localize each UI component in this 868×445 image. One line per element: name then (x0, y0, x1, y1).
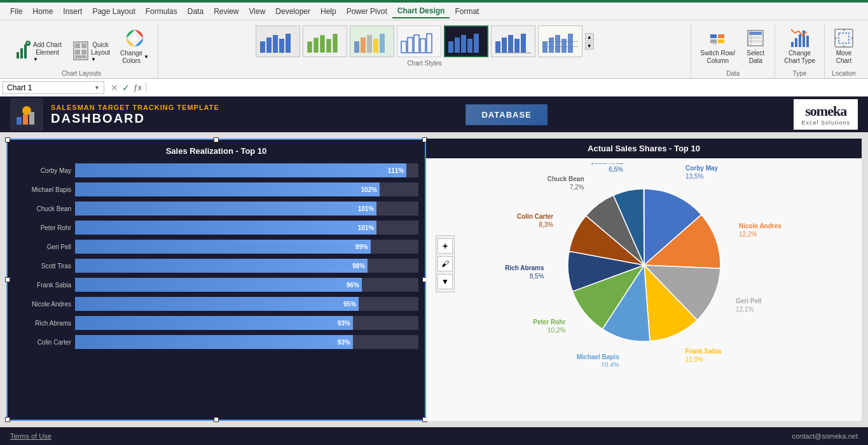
chart-style-6[interactable] (491, 25, 535, 57)
menu-format[interactable]: Format (450, 5, 484, 18)
name-box[interactable]: Chart 1 ▼ (3, 81, 104, 94)
pie-label-value: 12,1% (736, 306, 754, 313)
handle-top-left[interactable] (5, 137, 10, 142)
svg-rect-18 (307, 41, 312, 53)
chart-style-2[interactable] (303, 25, 347, 57)
insert-function-icon[interactable]: ƒx (134, 83, 142, 92)
svg-rect-40 (502, 38, 507, 53)
bar-fill: 102% (75, 182, 380, 196)
header-left: SALESMAN TARGET TRACKING TEMPLATE DASHBO… (10, 98, 219, 131)
formula-bar: Chart 1 ▼ ✕ ✓ ƒx (0, 79, 868, 97)
menu-insert[interactable]: Insert (58, 5, 87, 18)
chart-styles-group-label: Chart Styles (407, 60, 441, 69)
cancel-formula-icon[interactable]: ✕ (111, 83, 118, 93)
svg-rect-36 (461, 35, 466, 53)
handle-middle-left[interactable] (5, 277, 10, 282)
bar-value: 95% (343, 301, 356, 308)
type-buttons: ChangeChart Type (780, 25, 819, 67)
menu-formulas[interactable]: Formulas (141, 5, 183, 18)
select-data-label: SelectData (747, 50, 764, 65)
bar-track: 98% (75, 259, 418, 273)
chart-filter-tool[interactable]: ▼ (437, 274, 453, 289)
pie-label-name: Scott Tiras (590, 163, 623, 165)
bar-value: 102% (361, 186, 377, 193)
pie-label-name: Peter Rohr (533, 318, 565, 325)
ribbon-group-type: ChangeChart Type Type (775, 23, 825, 82)
svg-rect-38 (474, 34, 479, 53)
name-box-arrow[interactable]: ▼ (94, 85, 100, 91)
filter-style-tool[interactable]: 🖌 (437, 256, 453, 271)
bar-fill: 99% (75, 240, 371, 254)
add-element-tool[interactable]: + (437, 238, 453, 254)
move-chart-button[interactable]: MoveChart (830, 25, 858, 67)
handle-bottom-left[interactable] (5, 417, 10, 422)
bar-fill: 101% (75, 221, 376, 235)
bar-label: Michael Bapis (14, 186, 71, 193)
svg-rect-70 (17, 117, 22, 125)
formula-input[interactable] (146, 82, 865, 93)
terms-of-use-link[interactable]: Terms of Use (10, 432, 52, 440)
chart-style-1[interactable] (256, 25, 300, 57)
change-chart-type-icon (790, 28, 810, 48)
chart-style-3[interactable] (350, 25, 394, 57)
pie-label-value: 10,2% (548, 327, 565, 334)
menu-help[interactable]: Help (315, 5, 341, 18)
select-data-button[interactable]: SelectData (741, 25, 769, 67)
ribbon-group-location: MoveChart Location (825, 23, 863, 82)
handle-top-center[interactable] (214, 137, 219, 142)
bar-row: Michael Bapis 102% (14, 181, 418, 198)
bar-track: 111% (75, 163, 418, 177)
bar-fill: 93% (75, 335, 353, 349)
bar-chart: Corby May 111% Michael Bapis 102% Chuck … (14, 162, 418, 350)
svg-rect-22 (333, 34, 338, 53)
chart-style-5[interactable] (444, 25, 488, 57)
chart-styles-scroll-up[interactable]: ▲ (585, 33, 594, 41)
svg-rect-17 (286, 34, 291, 53)
database-button[interactable]: DATABASE (465, 104, 547, 125)
dashboard-header: SALESMAN TARGET TRACKING TEMPLATE DASHBO… (0, 97, 868, 132)
svg-rect-68 (839, 33, 849, 43)
chart-styles-buttons: ▲ ▼ (256, 25, 594, 57)
menu-developer[interactable]: Developer (270, 5, 315, 18)
bar-value: 98% (352, 263, 365, 270)
add-chart-element-button[interactable]: + Add ChartElement ▼ (10, 34, 65, 67)
menu-review[interactable]: Review (209, 5, 244, 18)
chart-style-4[interactable] (397, 25, 441, 57)
svg-rect-29 (408, 38, 413, 53)
svg-rect-0 (17, 52, 19, 58)
confirm-formula-icon[interactable]: ✓ (122, 83, 130, 93)
svg-rect-37 (467, 39, 472, 53)
svg-rect-7 (81, 43, 86, 48)
switch-row-column-button[interactable]: ↔ Switch Row/Column (696, 25, 739, 67)
bar-track: 101% (75, 221, 418, 235)
handle-bottom-center[interactable] (214, 417, 219, 422)
pie-label-value: 10,4% (601, 362, 619, 367)
bar-value: 93% (338, 320, 350, 327)
change-colors-label: ChangeColors (120, 50, 142, 65)
menu-home[interactable]: Home (27, 5, 58, 18)
menu-page-layout[interactable]: Page Layout (87, 5, 140, 18)
bar-track: 99% (75, 240, 418, 254)
quick-layout-button[interactable]: QuickLayout ▼ (68, 34, 114, 67)
bar-chart-panel[interactable]: Sales Realization - Top 10 Corby May 111… (6, 139, 426, 421)
chart-style-7[interactable] (538, 25, 582, 57)
menu-power-pivot[interactable]: Power Pivot (341, 5, 392, 18)
chart-styles-scroll-down[interactable]: ▼ (585, 42, 594, 50)
menu-chart-design[interactable]: Chart Design (392, 4, 450, 18)
svg-rect-31 (420, 39, 425, 53)
header-title: DASHBOARD (51, 111, 219, 126)
menu-view[interactable]: View (244, 5, 271, 18)
move-chart-label: MoveChart (836, 50, 851, 65)
menu-bar: File Home Insert Page Layout Formulas Da… (0, 3, 868, 20)
location-group-label: Location (832, 70, 856, 79)
bar-fill: 93% (75, 316, 353, 330)
bar-label: Colin Carter (14, 339, 71, 346)
menu-data[interactable]: Data (183, 5, 209, 18)
chart-layouts-group-label: Chart Layouts (62, 70, 101, 79)
ribbon-group-data: ↔ Switch Row/Column (691, 23, 775, 82)
pie-label-value: 11,0% (685, 356, 703, 363)
bar-row: Peter Rohr 101% (14, 219, 418, 236)
change-colors-button[interactable]: ChangeColors ▼ (116, 25, 153, 67)
change-chart-type-button[interactable]: ChangeChart Type (780, 25, 819, 67)
menu-file[interactable]: File (5, 5, 27, 18)
